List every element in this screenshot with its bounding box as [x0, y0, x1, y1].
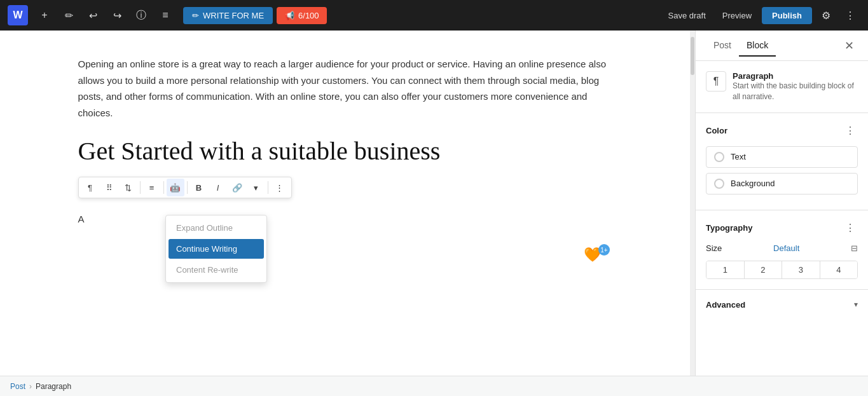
text-cursor-indicator: A — [78, 214, 612, 225]
bottom-breadcrumb-bar: Post › Paragraph — [0, 376, 868, 396]
color-section-header: Color ⋮ — [706, 123, 858, 139]
toolbar-divider-4 — [268, 181, 268, 194]
typography-menu-button[interactable]: ⋮ — [843, 221, 858, 236]
toolbar-divider-3 — [187, 181, 188, 194]
size-button-1[interactable]: 1 — [706, 261, 745, 278]
advanced-header[interactable]: Advanced ▾ — [706, 300, 858, 310]
align-button[interactable]: ≡ — [143, 179, 161, 196]
write-for-me-button[interactable]: ✏ WRITE FOR ME — [183, 7, 273, 24]
ai-counter-button[interactable]: 📢 6/100 — [277, 7, 327, 24]
emoji-badge: 1+ — [598, 244, 610, 256]
right-panel: Post Block ✕ ¶ Paragraph Start with the … — [695, 31, 868, 376]
tab-block[interactable]: Block — [739, 35, 776, 57]
color-section: Color ⋮ Text Background — [696, 113, 868, 210]
save-draft-button[interactable]: Save draft — [662, 7, 712, 24]
italic-button[interactable]: I — [209, 179, 227, 196]
top-toolbar: W + ✏ ↩ ↪ ⓘ ≡ ✏ WRITE FOR ME 📢 6/100 Sav… — [0, 0, 868, 31]
background-color-option[interactable]: Background — [706, 173, 858, 195]
toolbar-divider-1 — [140, 181, 141, 194]
paragraph-type-button[interactable]: ¶ — [81, 179, 99, 196]
paragraph-block[interactable]: Opening an online store is a great way t… — [78, 56, 612, 121]
link-icon: 🔗 — [232, 183, 242, 193]
size-label: Size — [706, 243, 722, 253]
content-rewrite-item[interactable]: Content Re-write — [166, 260, 266, 280]
arrows-icon: ⇅ — [125, 183, 132, 193]
ai-icon: 📢 — [284, 11, 294, 20]
block-tools-button[interactable]: ✏ — [59, 5, 79, 25]
advanced-section-title: Advanced — [706, 300, 745, 310]
text-color-option[interactable]: Text — [706, 146, 858, 168]
pencil-write-icon: ✏ — [192, 11, 199, 20]
background-color-radio — [714, 179, 724, 189]
editor-area[interactable]: Opening an online store is a great way t… — [0, 31, 690, 376]
typography-section-title: Typography — [706, 223, 752, 233]
breadcrumb-separator: › — [29, 382, 32, 391]
undo-button[interactable]: ↩ — [83, 5, 103, 25]
background-color-label: Background — [731, 179, 775, 188]
size-buttons-group: 1 2 3 4 — [706, 261, 858, 279]
more-options-chevron[interactable]: ▾ — [247, 179, 265, 196]
text-color-radio — [714, 152, 724, 162]
size-button-3[interactable]: 3 — [782, 261, 820, 278]
color-section-title: Color — [706, 126, 727, 135]
more-vertical-icon: ⋮ — [275, 183, 284, 193]
options-button[interactable]: ⋮ — [840, 5, 860, 25]
editor-content: Opening an online store is a great way t… — [78, 56, 612, 225]
scrollbar-thumb[interactable] — [691, 37, 694, 75]
text-color-label: Text — [731, 152, 746, 161]
paragraph-block-desc: Start with the basic building block of a… — [733, 81, 858, 102]
paragraph-info: Paragraph Start with the basic building … — [733, 71, 858, 102]
close-icon: ✕ — [844, 39, 854, 53]
heading-block[interactable]: Get Started with a suitable business — [78, 136, 612, 167]
preview-button[interactable]: Preview — [716, 7, 758, 24]
drag-icon: ⠿ — [106, 183, 113, 193]
info-icon: ⓘ — [136, 9, 146, 22]
expand-outline-item[interactable]: Expand Outline — [166, 218, 266, 238]
typography-section-header: Typography ⋮ — [706, 221, 858, 236]
kebab-icon: ⋮ — [845, 10, 855, 22]
redo-button[interactable]: ↪ — [107, 5, 127, 25]
add-block-button[interactable]: + — [34, 5, 55, 25]
pencil-icon: ✏ — [65, 10, 73, 22]
color-menu-button[interactable]: ⋮ — [843, 123, 858, 139]
sliders-icon: ⊟ — [851, 243, 858, 253]
undo-icon: ↩ — [89, 10, 97, 22]
breadcrumb-current: Paragraph — [36, 382, 71, 391]
chevron-down-icon: ▾ — [254, 183, 258, 193]
typography-section: Typography ⋮ Size Default ⊟ 1 2 3 4 — [696, 210, 868, 290]
paragraph-section: ¶ Paragraph Start with the basic buildin… — [696, 61, 868, 113]
breadcrumb-post[interactable]: Post — [10, 382, 25, 391]
gear-icon: ⚙ — [822, 10, 830, 22]
align-icon: ≡ — [149, 183, 155, 193]
publish-button[interactable]: Publish — [762, 7, 812, 24]
info-button[interactable]: ⓘ — [131, 5, 151, 25]
cursor-letter: A — [78, 214, 85, 224]
tab-post[interactable]: Post — [706, 35, 739, 57]
panel-tabs: Post Block ✕ — [696, 31, 868, 61]
robot-icon: 🤖 — [170, 183, 181, 193]
list-view-button[interactable]: ≡ — [155, 5, 176, 25]
paragraph-icon: ¶ — [88, 183, 92, 193]
emoji-reactions: 🧡 1+ — [584, 247, 614, 263]
italic-icon: I — [217, 183, 219, 193]
drag-handle-button[interactable]: ⠿ — [100, 179, 118, 196]
block-toolbar: ¶ ⠿ ⇅ ≡ 🤖 B — [78, 177, 292, 198]
block-more-button[interactable]: ⋮ — [271, 179, 289, 196]
bold-button[interactable]: B — [190, 179, 208, 196]
ai-assistant-button[interactable]: 🤖 — [167, 179, 184, 196]
continue-writing-item[interactable]: Continue Writing — [169, 239, 264, 259]
bold-icon: B — [196, 183, 202, 193]
ai-dropdown-menu: Expand Outline Continue Writing Content … — [165, 215, 267, 283]
paragraph-block-icon: ¶ — [706, 71, 726, 92]
size-controls-button[interactable]: ⊟ — [851, 243, 858, 253]
size-button-2[interactable]: 2 — [745, 261, 783, 278]
move-up-down-button[interactable]: ⇅ — [120, 179, 137, 196]
plus-icon: + — [41, 10, 47, 21]
size-button-4[interactable]: 4 — [820, 261, 858, 278]
redo-icon: ↪ — [113, 10, 121, 22]
link-button[interactable]: 🔗 — [228, 179, 246, 196]
editor-scrollbar[interactable] — [690, 31, 695, 376]
settings-button[interactable]: ⚙ — [816, 5, 836, 25]
panel-close-button[interactable]: ✕ — [840, 37, 858, 55]
size-value: Default — [773, 243, 799, 253]
